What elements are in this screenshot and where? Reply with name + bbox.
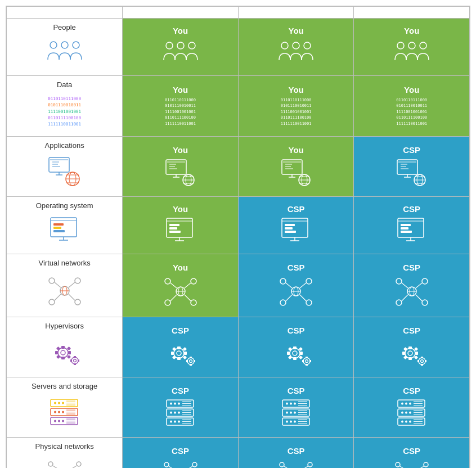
- svg-point-93: [49, 299, 55, 305]
- svg-rect-172: [288, 356, 292, 359]
- cell-icon-3-0: [125, 216, 236, 247]
- svg-rect-161: [190, 364, 192, 366]
- svg-point-233: [174, 421, 176, 423]
- cell-0-1: You: [238, 19, 354, 76]
- svg-point-133: [61, 350, 65, 355]
- svg-point-239: [286, 403, 288, 405]
- svg-point-158: [187, 358, 194, 364]
- svg-line-289: [53, 466, 60, 468]
- cell-icon-6-2: [356, 398, 467, 429]
- svg-rect-177: [306, 364, 308, 366]
- svg-rect-192: [421, 357, 423, 358]
- svg-point-253: [286, 421, 288, 423]
- svg-point-174: [303, 358, 310, 364]
- svg-point-262: [409, 403, 411, 405]
- cell-2-1: You: [238, 137, 354, 197]
- cell-1-2: You 0110110111000 0101110010011 11110010…: [354, 76, 470, 137]
- svg-point-104: [165, 300, 170, 305]
- svg-rect-156: [172, 356, 176, 359]
- cell-icon-4-1: [241, 274, 352, 308]
- label-icon-2: [12, 152, 116, 192]
- svg-rect-134: [61, 346, 65, 349]
- svg-rect-166: [293, 346, 297, 349]
- svg-line-107: [185, 283, 191, 288]
- svg-rect-160: [190, 357, 192, 358]
- svg-rect-137: [68, 351, 71, 354]
- cell-1-0: You 0110110111000 0101110010011 11110010…: [123, 76, 239, 137]
- svg-line-118: [300, 283, 306, 288]
- cell-icon-2-1: [241, 157, 352, 188]
- svg-rect-138: [56, 346, 60, 350]
- svg-point-240: [290, 403, 292, 405]
- svg-point-268: [405, 412, 407, 414]
- svg-rect-167: [293, 357, 297, 360]
- svg-point-197: [54, 402, 56, 404]
- svg-point-102: [165, 278, 170, 284]
- svg-line-96: [69, 282, 75, 287]
- table-row: Physical networks CSP CSP: [7, 438, 470, 468]
- svg-point-7: [293, 42, 299, 49]
- svg-point-204: [54, 411, 56, 413]
- svg-point-260: [401, 403, 403, 405]
- svg-point-312: [308, 462, 312, 467]
- cell-5-2: CSP: [354, 317, 470, 377]
- svg-rect-170: [288, 347, 292, 351]
- comparison-table: People You You You Data: [6, 6, 470, 468]
- cell-icon-4-0: [125, 274, 236, 308]
- cell-icon-0-2: [356, 38, 467, 69]
- svg-rect-144: [74, 356, 76, 358]
- svg-rect-162: [186, 360, 188, 362]
- cell-icon-6-1: [241, 398, 352, 429]
- svg-rect-85: [401, 231, 412, 233]
- svg-rect-179: [309, 360, 311, 362]
- svg-line-117: [286, 283, 292, 288]
- cell-icon-0-0: [125, 38, 236, 69]
- header-row: [7, 7, 470, 19]
- label-icon-4: [12, 269, 116, 312]
- svg-point-149: [177, 351, 181, 356]
- row-label-7: Physical networks: [7, 438, 123, 468]
- table-row: Hypervisors CSP CSP: [7, 317, 470, 377]
- svg-line-98: [69, 294, 75, 300]
- svg-point-227: [178, 412, 180, 414]
- table-row: Data 0110110111000 0101110010011 1111001…: [7, 76, 470, 137]
- cell-icon-4-2: [356, 274, 467, 308]
- cell-icon-5-2: [356, 338, 467, 368]
- svg-point-181: [408, 351, 412, 356]
- cell-icon-7-0: [125, 458, 236, 468]
- svg-rect-136: [55, 351, 58, 354]
- cell-icon-3-2: [356, 216, 467, 247]
- cell-4-0: You: [123, 254, 239, 317]
- svg-rect-163: [194, 360, 195, 362]
- svg-rect-147: [78, 359, 79, 362]
- cell-3-0: You: [123, 197, 239, 254]
- svg-point-241: [294, 403, 296, 405]
- table-row: People You You You: [7, 19, 470, 76]
- svg-rect-62: [53, 223, 64, 226]
- header-paas: [238, 7, 354, 19]
- svg-rect-186: [403, 347, 407, 351]
- cell-4-1: CSP: [238, 254, 354, 317]
- svg-rect-178: [302, 360, 304, 362]
- svg-rect-185: [415, 352, 418, 355]
- svg-point-94: [75, 299, 80, 305]
- cell-7-0: CSP: [123, 438, 239, 468]
- svg-rect-182: [408, 346, 412, 349]
- svg-point-190: [419, 358, 425, 364]
- svg-rect-152: [171, 352, 174, 355]
- svg-line-128: [402, 283, 408, 288]
- svg-point-165: [293, 351, 297, 356]
- svg-rect-64: [53, 230, 65, 232]
- svg-point-159: [190, 360, 192, 363]
- label-icon-5: [12, 332, 116, 372]
- svg-point-11: [420, 42, 426, 49]
- cell-5-0: CSP: [123, 317, 239, 377]
- svg-rect-168: [287, 352, 290, 355]
- svg-point-255: [294, 421, 296, 423]
- svg-line-129: [416, 283, 422, 288]
- svg-rect-145: [74, 363, 76, 365]
- svg-line-108: [170, 295, 177, 301]
- table-row: Applications You You: [7, 137, 470, 197]
- svg-line-119: [286, 295, 292, 301]
- row-label-5: Hypervisors: [7, 317, 123, 377]
